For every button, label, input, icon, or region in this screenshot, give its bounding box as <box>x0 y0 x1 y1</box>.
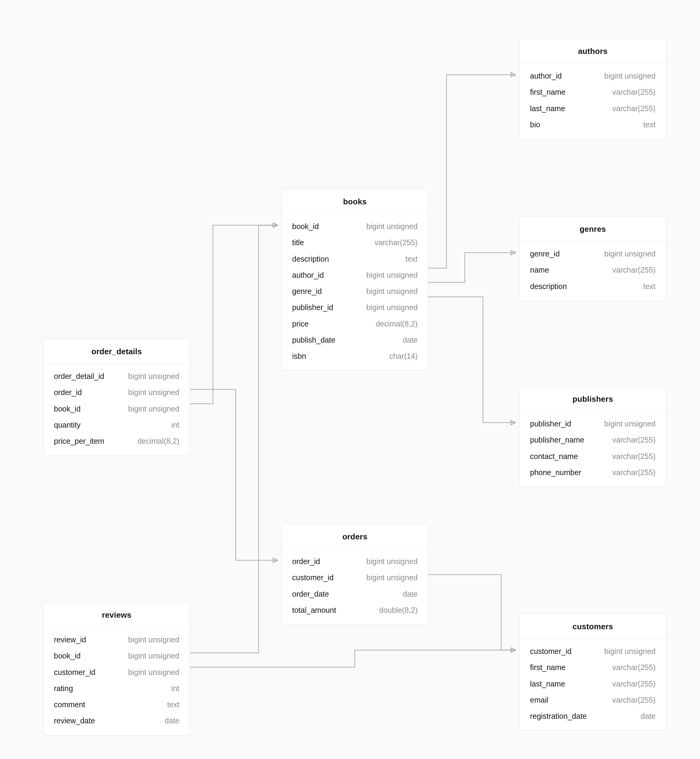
column-name: phone_number <box>530 468 581 477</box>
column-name: first_name <box>530 87 566 97</box>
table-column: order_datedate <box>282 586 428 602</box>
column-type: int <box>172 684 180 693</box>
column-name: publish_date <box>292 335 335 345</box>
column-type: date <box>164 716 180 726</box>
table-column: contact_namevarchar(255) <box>520 448 666 464</box>
table-column: book_idbigint unsigned <box>44 648 190 664</box>
column-name: customer_id <box>292 573 334 583</box>
table-column: book_idbigint unsigned <box>44 401 190 417</box>
column-name: book_id <box>54 404 81 414</box>
table-columns: genre_idbigint unsignednamevarchar(255)d… <box>520 242 666 301</box>
column-name: customer_id <box>530 647 572 656</box>
table-authors[interactable]: authorsauthor_idbigint unsignedfirst_nam… <box>519 38 666 139</box>
column-name: customer_id <box>54 668 95 677</box>
column-name: book_id <box>54 651 81 661</box>
table-column: genre_idbigint unsigned <box>282 283 428 300</box>
column-name: genre_id <box>530 249 559 259</box>
table-title: customers <box>520 614 666 639</box>
column-type: bigint unsigned <box>366 303 418 312</box>
table-column: author_idbigint unsigned <box>282 267 428 283</box>
column-type: text <box>643 282 656 291</box>
table-columns: customer_idbigint unsignedfirst_namevarc… <box>520 639 666 730</box>
column-name: author_id <box>292 270 324 280</box>
column-name: order_id <box>54 388 82 397</box>
table-customers[interactable]: customerscustomer_idbigint unsignedfirst… <box>519 614 666 731</box>
table-column: author_idbigint unsigned <box>520 68 666 84</box>
column-type: varchar(255) <box>612 663 656 672</box>
relation-order_details-order_id-to-orders <box>190 390 277 561</box>
relation-books-genre_id-to-genres <box>428 253 515 283</box>
table-column: order_idbigint unsigned <box>44 384 190 400</box>
column-type: date <box>403 589 418 599</box>
table-title: genres <box>520 217 666 242</box>
relation-reviews-customer_id-to-customers <box>190 650 515 667</box>
table-title: orders <box>282 524 428 549</box>
relation-books-publisher_id-to-publishers <box>428 297 515 423</box>
table-title: authors <box>520 39 666 64</box>
table-orders[interactable]: ordersorder_idbigint unsignedcustomer_id… <box>281 524 428 625</box>
table-reviews[interactable]: reviewsreview_idbigint unsignedbook_idbi… <box>43 602 190 736</box>
column-type: bigint unsigned <box>366 557 418 566</box>
column-name: description <box>292 254 329 264</box>
table-order_details[interactable]: order_detailsorder_detail_idbigint unsig… <box>43 339 190 456</box>
column-type: bigint unsigned <box>128 388 180 397</box>
table-publishers[interactable]: publisherspublisher_idbigint unsignedpub… <box>519 386 666 487</box>
column-name: last_name <box>530 679 565 689</box>
column-name: price_per_item <box>54 436 104 446</box>
table-books[interactable]: booksbook_idbigint unsignedtitlevarchar(… <box>281 189 428 371</box>
column-name: total_amount <box>292 606 336 615</box>
table-column: customer_idbigint unsigned <box>282 570 428 586</box>
table-column: biotext <box>520 117 666 133</box>
table-column: emailvarchar(255) <box>520 692 666 708</box>
column-type: decimal(8,2) <box>376 319 418 329</box>
table-column: genre_idbigint unsigned <box>520 246 666 262</box>
column-type: varchar(255) <box>612 695 656 705</box>
table-column: registration_datedate <box>520 708 666 724</box>
column-type: bigint unsigned <box>366 222 418 231</box>
column-name: publisher_id <box>530 419 571 428</box>
column-type: bigint unsigned <box>128 372 180 381</box>
column-name: order_detail_id <box>54 372 104 381</box>
column-type: varchar(255) <box>612 435 656 445</box>
column-name: name <box>530 265 549 275</box>
column-name: contact_name <box>530 452 578 461</box>
column-name: author_id <box>530 71 562 81</box>
column-type: varchar(255) <box>612 87 656 97</box>
table-column: isbnchar(14) <box>282 348 428 364</box>
table-column: descriptiontext <box>282 251 428 267</box>
column-type: varchar(255) <box>612 452 656 461</box>
table-column: phone_numbervarchar(255) <box>520 464 666 481</box>
table-title: publishers <box>520 386 666 411</box>
column-name: first_name <box>530 663 566 672</box>
column-name: title <box>292 238 304 247</box>
column-name: isbn <box>292 351 306 361</box>
table-column: customer_idbigint unsigned <box>520 643 666 659</box>
erd-canvas: authorsauthor_idbigint unsignedfirst_nam… <box>0 0 700 759</box>
column-type: decimal(8,2) <box>138 436 180 446</box>
column-type: date <box>403 335 418 345</box>
column-name: book_id <box>292 222 319 231</box>
column-type: bigint unsigned <box>128 635 180 645</box>
table-title: books <box>282 189 428 214</box>
table-columns: author_idbigint unsignedfirst_namevarcha… <box>520 64 666 139</box>
column-name: price <box>292 319 309 329</box>
column-type: bigint unsigned <box>128 404 180 414</box>
table-columns: order_idbigint unsignedcustomer_idbigint… <box>282 549 428 625</box>
table-column: order_detail_idbigint unsigned <box>44 368 190 384</box>
relation-order_details-book_id-to-books <box>190 225 277 404</box>
table-genres[interactable]: genresgenre_idbigint unsignednamevarchar… <box>519 216 666 301</box>
relation-orders-customer_id-to-customers <box>428 575 515 650</box>
column-type: text <box>405 254 418 264</box>
table-title: order_details <box>44 339 190 364</box>
table-columns: order_detail_idbigint unsignedorder_idbi… <box>44 364 190 455</box>
table-column: customer_idbigint unsigned <box>44 664 190 681</box>
table-column: book_idbigint unsigned <box>282 219 428 234</box>
table-column: publisher_idbigint unsigned <box>520 416 666 432</box>
table-column: quantityint <box>44 417 190 433</box>
column-type: text <box>167 700 180 709</box>
table-column: last_namevarchar(255) <box>520 100 666 117</box>
table-column: publisher_namevarchar(255) <box>520 432 666 448</box>
table-column: order_idbigint unsigned <box>282 553 428 570</box>
column-name: publisher_name <box>530 435 584 445</box>
column-type: varchar(255) <box>612 265 656 275</box>
